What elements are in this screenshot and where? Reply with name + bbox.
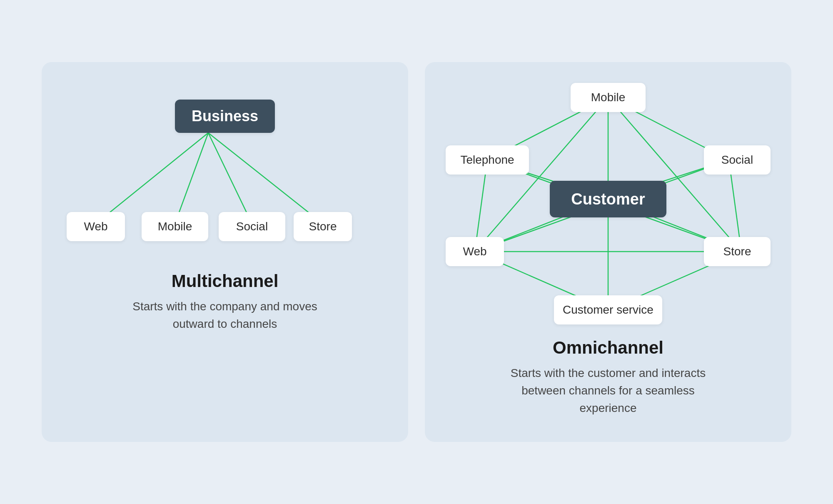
oc-custservice-node: Customer service [554, 295, 662, 324]
web-node: Web [67, 212, 125, 241]
omnichannel-diagram: Mobile Telephone Social Customer Web Sto… [441, 83, 775, 324]
oc-customer-node: Customer [550, 181, 666, 217]
oc-store-node: Store [704, 237, 771, 266]
omnichannel-panel: Mobile Telephone Social Customer Web Sto… [425, 62, 791, 442]
svg-line-1 [96, 133, 208, 224]
multichannel-panel: Business Web Mobile Social Store Multich… [42, 62, 408, 442]
svg-line-3 [208, 133, 252, 224]
multichannel-diagram: Business Web Mobile Social Store [58, 83, 392, 258]
oc-web-node: Web [446, 237, 504, 266]
oc-social-node: Social [704, 145, 771, 175]
multichannel-title: Multichannel [172, 271, 279, 291]
svg-line-4 [208, 133, 323, 224]
business-node: Business [175, 100, 275, 133]
oc-mobile-node: Mobile [571, 83, 646, 112]
oc-telephone-node: Telephone [446, 145, 529, 175]
multichannel-desc: Starts with the company and moves outwar… [121, 298, 329, 333]
svg-line-21 [608, 97, 741, 252]
store-node: Store [294, 212, 352, 241]
omnichannel-desc: Starts with the customer and interacts b… [504, 364, 712, 417]
svg-line-20 [475, 97, 608, 252]
diagrams-row: Business Web Mobile Social Store Multich… [25, 62, 808, 442]
social-node: Social [219, 212, 285, 241]
omnichannel-title: Omnichannel [553, 338, 663, 358]
svg-line-2 [175, 133, 208, 224]
mobile-node: Mobile [142, 212, 208, 241]
